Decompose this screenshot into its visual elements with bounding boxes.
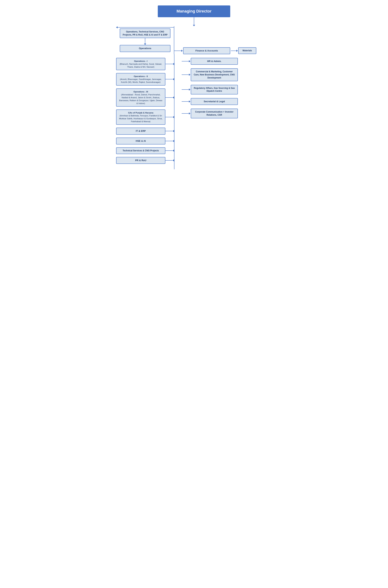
- ops3-right-connector: [165, 96, 174, 99]
- ops1-row: Operations - I (Bharuch, Narmada and Dah…: [116, 58, 174, 70]
- hr-arrow: [189, 60, 190, 62]
- pr-h-line: [165, 160, 173, 161]
- finance-accounts-box: Finance & Accounts: [183, 47, 230, 54]
- it-erp-right-connector: [165, 130, 174, 132]
- gas-punjab-row: GAs of Punjab & Haryana (Amritsar & Bath…: [116, 109, 174, 125]
- gas-punjab-box: GAs of Punjab & Haryana (Amritsar & Bath…: [116, 109, 165, 125]
- md-arrow-head: [193, 25, 195, 26]
- mat-h-line: [231, 51, 236, 51]
- tech-services-box: Technical Services & CNG Projects: [116, 147, 165, 154]
- hse-ai-arrowhead: [173, 140, 174, 142]
- materials-connector: Materials: [231, 47, 256, 54]
- h-line: [118, 27, 174, 27]
- gas-punjab-arrowhead: [173, 116, 174, 118]
- hse-ai-h-line: [165, 141, 173, 141]
- pr-rou-row: PR & RoU: [116, 157, 174, 164]
- hr-h-line: [182, 61, 189, 61]
- corporate-row: Corporate Communication + Investor Relat…: [182, 109, 272, 118]
- ops1-title: Operations - I: [134, 60, 147, 62]
- pr-arrowhead: [173, 159, 174, 161]
- md-arrow-line: [194, 17, 194, 25]
- sec-h-line: [182, 101, 189, 102]
- commercial-row: Commercial & Marketing, Customer Care, N…: [182, 68, 272, 81]
- tech-h-line: [165, 151, 173, 151]
- hse-ai-right-connector: [165, 140, 174, 142]
- secretarial-row: Secretarial & Legal: [182, 98, 272, 105]
- ops2-sub: (Amreli, Bhavnagar, Gandhinagar, Jamnaga…: [120, 78, 162, 83]
- comm-h-line: [182, 75, 189, 75]
- left-sub-column: Operations - I (Bharuch, Narmada and Dah…: [116, 54, 174, 169]
- pr-right-connector: [165, 159, 174, 161]
- ops3-box: Operations - III (Ahmedabad - Rural, Dah…: [116, 88, 165, 106]
- pr-rou-box: PR & RoU: [116, 157, 165, 164]
- ops3-row: Operations - III (Ahmedabad - Rural, Dah…: [116, 88, 174, 106]
- gas-punjab-h-line: [165, 117, 173, 117]
- tech-arrowhead: [173, 150, 174, 152]
- it-erp-h-line: [165, 131, 173, 131]
- main-body: Operations - I (Bharuch, Narmada and Dah…: [116, 54, 272, 169]
- ops2-right-connector: [165, 78, 174, 80]
- ops1-arrowhead: [173, 63, 174, 65]
- mat-arrow: [236, 50, 238, 52]
- it-erp-arrowhead: [173, 130, 174, 132]
- hr-admin-row: HR & Admin.: [182, 58, 272, 65]
- left-top-section: Operations, Technical Services, CNG Proj…: [116, 26, 174, 52]
- managing-director-box: Managing Director: [158, 5, 230, 17]
- regulatory-box: Regulatory Affiars, Gas Sourcing & Gas D…: [191, 85, 238, 95]
- ops2-title: Operations - II: [134, 75, 148, 77]
- hse-ai-row: HSE & AI: [116, 138, 174, 145]
- ops1-box: Operations - I (Bharuch, Narmada and Dah…: [116, 58, 165, 70]
- reg-arrow: [189, 88, 190, 91]
- finance-arrow: [181, 50, 183, 52]
- spacer-top: [174, 26, 272, 47]
- finance-h-line: [174, 51, 181, 51]
- tech-services-row: Technical Services & CNG Projects: [116, 147, 174, 154]
- ops3-h-line: [165, 97, 173, 98]
- ops1-right-connector: [165, 63, 174, 65]
- ops3-sub: (Ahmedabad - Rural, Dahod, Panchmahal, N…: [119, 94, 162, 104]
- ops2-row: Operations - II (Amreli, Bhavnagar, Gand…: [116, 73, 174, 85]
- center-v-line: [174, 26, 174, 54]
- regulatory-row: Regulatory Affiars, Gas Sourcing & Gas D…: [182, 85, 272, 95]
- org-chart: Managing Director Operations, Technical …: [116, 5, 272, 169]
- branch-row: Operations, Technical Services, CNG Proj…: [116, 26, 272, 54]
- materials-with-down: Materials: [238, 47, 256, 54]
- ops3-arrowhead: [173, 96, 174, 99]
- commercial-box: Commercial & Marketing, Customer Care, N…: [191, 68, 238, 81]
- gas-punjab-sub: (Amritsar & Bathinda, Ferozpur, Faridkot…: [119, 115, 163, 123]
- md-down-arrow: [193, 17, 195, 26]
- top-left-connector: [116, 26, 174, 28]
- materials-box: Materials: [238, 47, 256, 54]
- ops1-h-line: [165, 64, 173, 64]
- sec-arrow: [189, 101, 190, 102]
- ops3-title: Operations - III: [134, 91, 148, 93]
- hse-ai-box: HSE & AI: [116, 138, 165, 145]
- reg-h-line: [182, 89, 189, 90]
- it-erp-box: IT & ERP: [116, 128, 165, 134]
- secretarial-box: Secretarial & Legal: [191, 98, 238, 105]
- corp-arrow: [189, 112, 190, 115]
- right-top-section: Finance & Accounts Materials: [174, 26, 272, 54]
- arrow-head-left: [116, 26, 118, 28]
- hr-admin-box: HR & Admin.: [191, 58, 238, 65]
- ops2-arrowhead: [173, 78, 174, 80]
- corporate-box: Corporate Communication + Investor Relat…: [191, 109, 238, 118]
- top-to-ops-arrow: [144, 38, 146, 45]
- gas-punjab-title: GAs of Punjab & Haryana: [128, 112, 153, 114]
- top-left-box: Operations, Technical Services, CNG Proj…: [120, 28, 170, 38]
- it-erp-row: IT & ERP: [116, 128, 174, 134]
- ops2-h-line: [165, 79, 173, 79]
- ops1-sub: (Bharuch, Narmada and Dahej, Surat, Vals…: [120, 63, 162, 68]
- operations-box: Operations: [120, 45, 170, 52]
- corp-h-line: [182, 113, 189, 114]
- finance-row: Finance & Accounts Materials: [174, 47, 272, 54]
- top-ops-head: [144, 44, 146, 45]
- ops2-box: Operations - II (Amreli, Bhavnagar, Gand…: [116, 73, 165, 85]
- tech-right-connector: [165, 150, 174, 152]
- top-ops-line: [145, 38, 145, 44]
- gas-punjab-right-connector: [165, 116, 174, 118]
- comm-arrow: [189, 74, 190, 76]
- right-items-column: HR & Admin. Commercial & Marketing, Cust…: [174, 54, 272, 169]
- top-section: Managing Director: [116, 5, 272, 26]
